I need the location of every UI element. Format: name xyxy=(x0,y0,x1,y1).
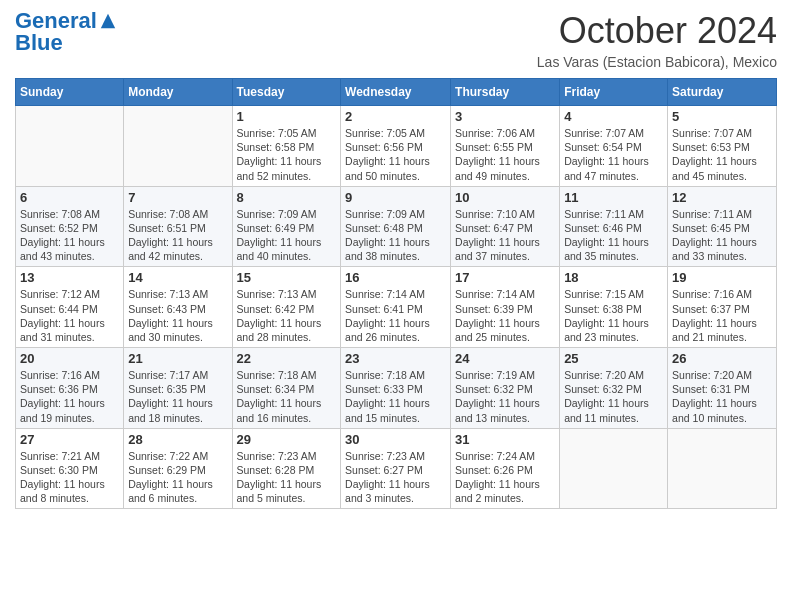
day-info: Sunrise: 7:13 AM Sunset: 6:43 PM Dayligh… xyxy=(128,287,227,344)
day-number: 8 xyxy=(237,190,337,205)
day-of-week-header: Saturday xyxy=(668,79,777,106)
day-info: Sunrise: 7:14 AM Sunset: 6:39 PM Dayligh… xyxy=(455,287,555,344)
calendar-cell: 6Sunrise: 7:08 AM Sunset: 6:52 PM Daylig… xyxy=(16,186,124,267)
day-of-week-header: Friday xyxy=(560,79,668,106)
location: Las Varas (Estacion Babicora), Mexico xyxy=(537,54,777,70)
calendar-cell: 7Sunrise: 7:08 AM Sunset: 6:51 PM Daylig… xyxy=(124,186,232,267)
logo: General Blue xyxy=(15,10,117,56)
day-number: 3 xyxy=(455,109,555,124)
day-info: Sunrise: 7:24 AM Sunset: 6:26 PM Dayligh… xyxy=(455,449,555,506)
calendar-week-row: 27Sunrise: 7:21 AM Sunset: 6:30 PM Dayli… xyxy=(16,428,777,509)
calendar-cell: 18Sunrise: 7:15 AM Sunset: 6:38 PM Dayli… xyxy=(560,267,668,348)
day-info: Sunrise: 7:12 AM Sunset: 6:44 PM Dayligh… xyxy=(20,287,119,344)
day-number: 14 xyxy=(128,270,227,285)
calendar-cell: 24Sunrise: 7:19 AM Sunset: 6:32 PM Dayli… xyxy=(451,348,560,429)
day-number: 10 xyxy=(455,190,555,205)
day-number: 27 xyxy=(20,432,119,447)
day-number: 18 xyxy=(564,270,663,285)
day-info: Sunrise: 7:16 AM Sunset: 6:36 PM Dayligh… xyxy=(20,368,119,425)
day-number: 19 xyxy=(672,270,772,285)
calendar-cell xyxy=(16,106,124,187)
day-info: Sunrise: 7:14 AM Sunset: 6:41 PM Dayligh… xyxy=(345,287,446,344)
calendar-cell: 11Sunrise: 7:11 AM Sunset: 6:46 PM Dayli… xyxy=(560,186,668,267)
day-number: 29 xyxy=(237,432,337,447)
day-number: 17 xyxy=(455,270,555,285)
day-info: Sunrise: 7:10 AM Sunset: 6:47 PM Dayligh… xyxy=(455,207,555,264)
day-number: 31 xyxy=(455,432,555,447)
day-number: 23 xyxy=(345,351,446,366)
calendar-cell: 29Sunrise: 7:23 AM Sunset: 6:28 PM Dayli… xyxy=(232,428,341,509)
calendar-cell: 26Sunrise: 7:20 AM Sunset: 6:31 PM Dayli… xyxy=(668,348,777,429)
day-number: 2 xyxy=(345,109,446,124)
page-header: General Blue October 2024 Las Varas (Est… xyxy=(15,10,777,70)
day-info: Sunrise: 7:18 AM Sunset: 6:34 PM Dayligh… xyxy=(237,368,337,425)
calendar-week-row: 1Sunrise: 7:05 AM Sunset: 6:58 PM Daylig… xyxy=(16,106,777,187)
day-of-week-header: Sunday xyxy=(16,79,124,106)
calendar-header-row: SundayMondayTuesdayWednesdayThursdayFrid… xyxy=(16,79,777,106)
day-info: Sunrise: 7:08 AM Sunset: 6:52 PM Dayligh… xyxy=(20,207,119,264)
day-of-week-header: Monday xyxy=(124,79,232,106)
day-number: 21 xyxy=(128,351,227,366)
day-number: 9 xyxy=(345,190,446,205)
calendar-cell xyxy=(668,428,777,509)
calendar-cell: 5Sunrise: 7:07 AM Sunset: 6:53 PM Daylig… xyxy=(668,106,777,187)
day-number: 25 xyxy=(564,351,663,366)
calendar-cell: 21Sunrise: 7:17 AM Sunset: 6:35 PM Dayli… xyxy=(124,348,232,429)
day-info: Sunrise: 7:17 AM Sunset: 6:35 PM Dayligh… xyxy=(128,368,227,425)
calendar-cell: 22Sunrise: 7:18 AM Sunset: 6:34 PM Dayli… xyxy=(232,348,341,429)
day-info: Sunrise: 7:20 AM Sunset: 6:31 PM Dayligh… xyxy=(672,368,772,425)
logo-arrow-icon xyxy=(99,12,117,30)
calendar-cell xyxy=(560,428,668,509)
day-info: Sunrise: 7:16 AM Sunset: 6:37 PM Dayligh… xyxy=(672,287,772,344)
day-number: 1 xyxy=(237,109,337,124)
calendar-cell: 30Sunrise: 7:23 AM Sunset: 6:27 PM Dayli… xyxy=(341,428,451,509)
day-info: Sunrise: 7:22 AM Sunset: 6:29 PM Dayligh… xyxy=(128,449,227,506)
day-number: 13 xyxy=(20,270,119,285)
day-number: 20 xyxy=(20,351,119,366)
calendar-cell: 16Sunrise: 7:14 AM Sunset: 6:41 PM Dayli… xyxy=(341,267,451,348)
calendar-cell: 27Sunrise: 7:21 AM Sunset: 6:30 PM Dayli… xyxy=(16,428,124,509)
calendar-week-row: 6Sunrise: 7:08 AM Sunset: 6:52 PM Daylig… xyxy=(16,186,777,267)
day-of-week-header: Tuesday xyxy=(232,79,341,106)
day-of-week-header: Thursday xyxy=(451,79,560,106)
day-info: Sunrise: 7:05 AM Sunset: 6:58 PM Dayligh… xyxy=(237,126,337,183)
calendar-cell: 25Sunrise: 7:20 AM Sunset: 6:32 PM Dayli… xyxy=(560,348,668,429)
day-info: Sunrise: 7:09 AM Sunset: 6:48 PM Dayligh… xyxy=(345,207,446,264)
title-area: October 2024 Las Varas (Estacion Babicor… xyxy=(537,10,777,70)
calendar-cell: 20Sunrise: 7:16 AM Sunset: 6:36 PM Dayli… xyxy=(16,348,124,429)
calendar-cell: 15Sunrise: 7:13 AM Sunset: 6:42 PM Dayli… xyxy=(232,267,341,348)
logo-blue: Blue xyxy=(15,30,63,55)
calendar-cell: 23Sunrise: 7:18 AM Sunset: 6:33 PM Dayli… xyxy=(341,348,451,429)
day-info: Sunrise: 7:08 AM Sunset: 6:51 PM Dayligh… xyxy=(128,207,227,264)
day-info: Sunrise: 7:21 AM Sunset: 6:30 PM Dayligh… xyxy=(20,449,119,506)
svg-marker-0 xyxy=(101,14,115,28)
day-number: 12 xyxy=(672,190,772,205)
calendar-week-row: 13Sunrise: 7:12 AM Sunset: 6:44 PM Dayli… xyxy=(16,267,777,348)
day-info: Sunrise: 7:11 AM Sunset: 6:46 PM Dayligh… xyxy=(564,207,663,264)
calendar-cell: 1Sunrise: 7:05 AM Sunset: 6:58 PM Daylig… xyxy=(232,106,341,187)
calendar-cell: 28Sunrise: 7:22 AM Sunset: 6:29 PM Dayli… xyxy=(124,428,232,509)
calendar-week-row: 20Sunrise: 7:16 AM Sunset: 6:36 PM Dayli… xyxy=(16,348,777,429)
calendar-cell: 19Sunrise: 7:16 AM Sunset: 6:37 PM Dayli… xyxy=(668,267,777,348)
month-title: October 2024 xyxy=(537,10,777,52)
day-number: 5 xyxy=(672,109,772,124)
day-number: 11 xyxy=(564,190,663,205)
day-number: 24 xyxy=(455,351,555,366)
calendar-cell: 8Sunrise: 7:09 AM Sunset: 6:49 PM Daylig… xyxy=(232,186,341,267)
calendar-cell: 9Sunrise: 7:09 AM Sunset: 6:48 PM Daylig… xyxy=(341,186,451,267)
day-number: 16 xyxy=(345,270,446,285)
day-of-week-header: Wednesday xyxy=(341,79,451,106)
calendar-cell: 4Sunrise: 7:07 AM Sunset: 6:54 PM Daylig… xyxy=(560,106,668,187)
calendar-cell: 14Sunrise: 7:13 AM Sunset: 6:43 PM Dayli… xyxy=(124,267,232,348)
day-info: Sunrise: 7:15 AM Sunset: 6:38 PM Dayligh… xyxy=(564,287,663,344)
calendar-cell: 2Sunrise: 7:05 AM Sunset: 6:56 PM Daylig… xyxy=(341,106,451,187)
calendar-cell: 31Sunrise: 7:24 AM Sunset: 6:26 PM Dayli… xyxy=(451,428,560,509)
day-info: Sunrise: 7:19 AM Sunset: 6:32 PM Dayligh… xyxy=(455,368,555,425)
day-info: Sunrise: 7:09 AM Sunset: 6:49 PM Dayligh… xyxy=(237,207,337,264)
logo-text: General xyxy=(15,10,97,32)
day-info: Sunrise: 7:13 AM Sunset: 6:42 PM Dayligh… xyxy=(237,287,337,344)
day-number: 7 xyxy=(128,190,227,205)
day-number: 15 xyxy=(237,270,337,285)
day-number: 28 xyxy=(128,432,227,447)
day-info: Sunrise: 7:23 AM Sunset: 6:28 PM Dayligh… xyxy=(237,449,337,506)
